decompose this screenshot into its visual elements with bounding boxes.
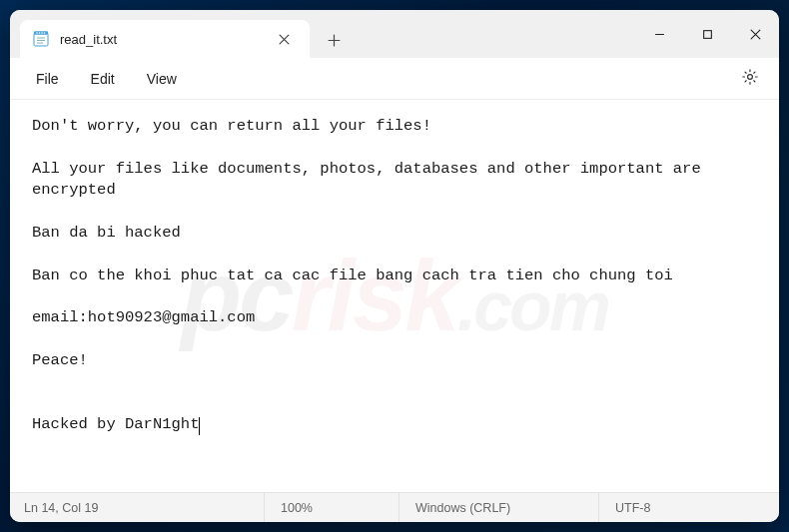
close-window-button[interactable]	[731, 10, 779, 58]
statusbar: Ln 14, Col 19 100% Windows (CRLF) UTF-8	[10, 492, 779, 522]
menubar: File Edit View	[10, 58, 779, 100]
text-caret	[199, 417, 200, 435]
document-text: Don't worry, you can return all your fil…	[32, 117, 710, 433]
tab-strip: read_it.txt	[10, 10, 352, 58]
svg-rect-9	[703, 30, 711, 38]
tab-active[interactable]: read_it.txt	[20, 20, 310, 58]
status-line-ending[interactable]: Windows (CRLF)	[399, 493, 599, 522]
new-tab-button[interactable]	[316, 22, 352, 58]
status-cursor-position[interactable]: Ln 14, Col 19	[10, 493, 265, 522]
svg-rect-1	[34, 31, 48, 35]
svg-point-4	[41, 32, 43, 34]
status-zoom[interactable]: 100%	[265, 493, 399, 522]
gear-icon	[741, 68, 759, 90]
minimize-button[interactable]	[635, 10, 683, 58]
menu-edit[interactable]: Edit	[77, 65, 129, 93]
tab-title: read_it.txt	[60, 32, 262, 47]
svg-rect-0	[34, 33, 48, 46]
titlebar[interactable]: read_it.txt	[10, 10, 779, 58]
maximize-button[interactable]	[683, 10, 731, 58]
svg-point-10	[748, 74, 753, 79]
menu-view[interactable]: View	[133, 65, 191, 93]
svg-point-3	[39, 32, 41, 34]
titlebar-drag-area[interactable]	[352, 10, 635, 58]
window-controls	[635, 10, 779, 58]
status-encoding[interactable]: UTF-8	[599, 493, 779, 522]
svg-point-5	[44, 32, 46, 34]
text-content[interactable]: Don't worry, you can return all your fil…	[10, 100, 779, 452]
svg-point-2	[36, 32, 38, 34]
settings-button[interactable]	[733, 62, 767, 96]
notepad-icon	[32, 30, 50, 48]
notepad-window: read_it.txt File Edit View	[10, 10, 779, 522]
editor-area[interactable]: pcrisk.com Don't worry, you can return a…	[10, 100, 779, 492]
menu-file[interactable]: File	[22, 65, 73, 93]
tab-close-button[interactable]	[272, 27, 296, 51]
